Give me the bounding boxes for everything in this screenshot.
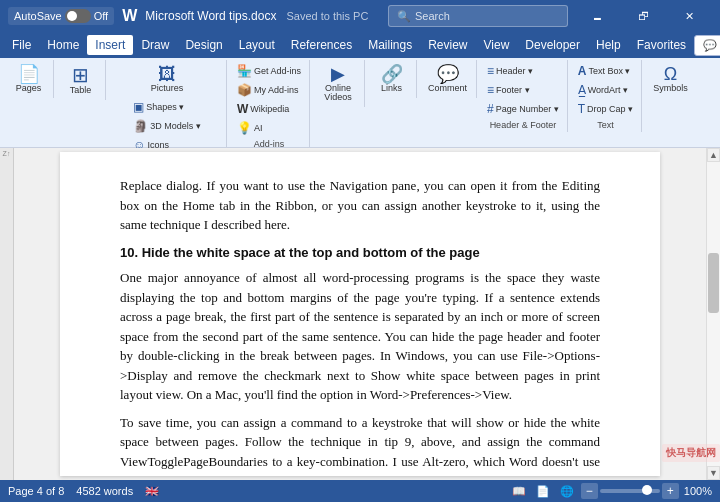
- wordart-button[interactable]: A̲ WordArt ▾: [574, 81, 632, 99]
- search-placeholder: Search: [415, 10, 450, 22]
- addins-store-icon: 🏪: [237, 64, 252, 78]
- dropcap-button[interactable]: T Drop Cap ▾: [574, 100, 637, 118]
- zoom-out-button[interactable]: −: [581, 483, 598, 499]
- comments-icon: 💬: [703, 39, 717, 52]
- symbols-icon: Ω: [664, 65, 677, 83]
- footer-button[interactable]: ≡ Footer ▾: [483, 81, 534, 99]
- doc-wrapper: Z↑ Replace dialog. If you want to use th…: [0, 148, 720, 480]
- zoom-slider[interactable]: [600, 489, 660, 493]
- comment-button[interactable]: 💬 Comment: [423, 62, 472, 96]
- autosave-state: Off: [94, 10, 108, 22]
- header-button[interactable]: ≡ Header ▾: [483, 62, 537, 80]
- ribbon-group-media: ▶ Online Videos: [312, 60, 365, 107]
- pictures-icon: 🖼: [158, 65, 176, 83]
- menu-design[interactable]: Design: [177, 35, 230, 55]
- ribbon-group-comments: 💬 Comment: [419, 60, 477, 98]
- right-scrollbar: ▲ ▼: [706, 148, 720, 480]
- ribbon-group-text: A Text Box ▾ A̲ WordArt ▾ T Drop Cap ▾ T…: [570, 60, 642, 132]
- menu-favorites[interactable]: Favorites: [629, 35, 694, 55]
- online-videos-button[interactable]: ▶ Online Videos: [316, 62, 360, 105]
- scrollbar-thumb[interactable]: [708, 253, 719, 313]
- ribbon: 📄 Pages ⊞ Table 🖼 Pictures: [0, 58, 720, 148]
- zoom-control: − + 100%: [581, 483, 712, 499]
- links-button[interactable]: 🔗 Links: [374, 62, 410, 96]
- doc-heading-1: 10. Hide the white space at the top and …: [120, 243, 600, 263]
- menu-mailings[interactable]: Mailings: [360, 35, 420, 55]
- menu-help[interactable]: Help: [588, 35, 629, 55]
- status-left: Page 4 of 8 4582 words 🇬🇧: [8, 485, 509, 498]
- table-button[interactable]: ⊞ Table: [63, 62, 99, 98]
- left-label-1: Z↑: [3, 150, 11, 157]
- table-icon: ⊞: [72, 65, 89, 85]
- view-read-icon[interactable]: 📖: [509, 483, 529, 500]
- comments-button[interactable]: 💬 Comments: [694, 35, 720, 56]
- page-number-button[interactable]: # Page Number ▾: [483, 100, 563, 118]
- menu-layout[interactable]: Layout: [231, 35, 283, 55]
- autosave-group: AutoSave Off: [8, 7, 114, 25]
- ribbon-group-pages: 📄 Pages: [4, 60, 54, 98]
- toggle-dot: [67, 11, 77, 21]
- minimize-button[interactable]: 🗕: [574, 0, 620, 32]
- 3dmodels-icon: 🗿: [133, 119, 148, 133]
- scroll-up-arrow[interactable]: ▲: [707, 148, 720, 162]
- menu-bar: File Home Insert Draw Design Layout Refe…: [0, 32, 720, 58]
- doc-scroll-area[interactable]: Replace dialog. If you want to use the N…: [14, 148, 706, 480]
- shapes-button[interactable]: ▣ Shapes ▾: [129, 98, 205, 116]
- doc-para-2: One major annoyance of almost all word-p…: [120, 268, 600, 405]
- wordart-icon: A̲: [578, 83, 586, 97]
- page-number-icon: #: [487, 102, 494, 116]
- page-info: Page 4 of 8: [8, 485, 64, 497]
- close-button[interactable]: ✕: [666, 0, 712, 32]
- wikipedia-icon: W: [237, 102, 248, 116]
- textbox-button[interactable]: A Text Box ▾: [574, 62, 635, 80]
- watermark: 快马导航网: [662, 444, 720, 462]
- ribbon-group-tables: ⊞ Table: [56, 60, 106, 100]
- title-bar: AutoSave Off W Microsoft Word tips.docx …: [0, 0, 720, 32]
- doc-para-3: To save time, you can assign a command t…: [120, 413, 600, 477]
- menu-developer[interactable]: Developer: [517, 35, 588, 55]
- my-addins-button[interactable]: 📦 My Add-ins: [233, 81, 303, 99]
- menu-view[interactable]: View: [476, 35, 518, 55]
- view-web-icon[interactable]: 🌐: [557, 483, 577, 500]
- view-print-icon[interactable]: 📄: [533, 483, 553, 500]
- word-icon: W: [118, 7, 141, 25]
- menu-insert[interactable]: Insert: [87, 35, 133, 55]
- title-bar-left: AutoSave Off W Microsoft Word tips.docx …: [8, 7, 382, 25]
- ribbon-group-links: 🔗 Links: [367, 60, 417, 98]
- pages-button[interactable]: 📄 Pages: [11, 62, 47, 96]
- search-box[interactable]: 🔍 Search: [388, 5, 568, 27]
- window-controls: 🗕 🗗 ✕: [574, 0, 712, 32]
- wikipedia-button[interactable]: W Wikipedia: [233, 100, 293, 118]
- doc-page: Replace dialog. If you want to use the N…: [60, 152, 660, 476]
- status-bar: Page 4 of 8 4582 words 🇬🇧 📖 📄 🌐 − + 100%: [0, 480, 720, 502]
- menu-home[interactable]: Home: [39, 35, 87, 55]
- zoom-in-button[interactable]: +: [662, 483, 679, 499]
- pictures-button[interactable]: 🖼 Pictures: [146, 62, 189, 96]
- zoom-slider-thumb: [642, 485, 652, 495]
- menu-review[interactable]: Review: [420, 35, 475, 55]
- restore-button[interactable]: 🗗: [620, 0, 666, 32]
- saved-state: Saved to this PC: [286, 10, 368, 22]
- menu-file[interactable]: File: [4, 35, 39, 55]
- 3d-models-button[interactable]: 🗿 3D Models ▾: [129, 117, 205, 135]
- ribbon-group-addins: 🏪 Get Add-ins 📦 My Add-ins W Wikipedia 💡…: [229, 60, 310, 151]
- symbols-button[interactable]: Ω Symbols: [648, 62, 693, 96]
- autosave-toggle[interactable]: [65, 9, 91, 23]
- links-icon: 🔗: [381, 65, 403, 83]
- scrollbar-track: [707, 162, 720, 466]
- header-icon: ≡: [487, 64, 494, 78]
- comment-icon: 💬: [437, 65, 459, 83]
- scroll-down-arrow[interactable]: ▼: [707, 466, 720, 480]
- zoom-level: 100%: [684, 485, 712, 497]
- shapes-icon: ▣: [133, 100, 144, 114]
- menu-references[interactable]: References: [283, 35, 360, 55]
- ribbon-group-symbols: Ω Symbols: [644, 60, 697, 98]
- online-videos-icon: ▶: [331, 65, 345, 83]
- my-addins-icon: 📦: [237, 83, 252, 97]
- dropcap-icon: T: [578, 102, 585, 116]
- menu-draw[interactable]: Draw: [133, 35, 177, 55]
- ai-button[interactable]: 💡 AI: [233, 119, 267, 137]
- get-addins-button[interactable]: 🏪 Get Add-ins: [233, 62, 305, 80]
- footer-icon: ≡: [487, 83, 494, 97]
- word-count: 4582 words: [76, 485, 133, 497]
